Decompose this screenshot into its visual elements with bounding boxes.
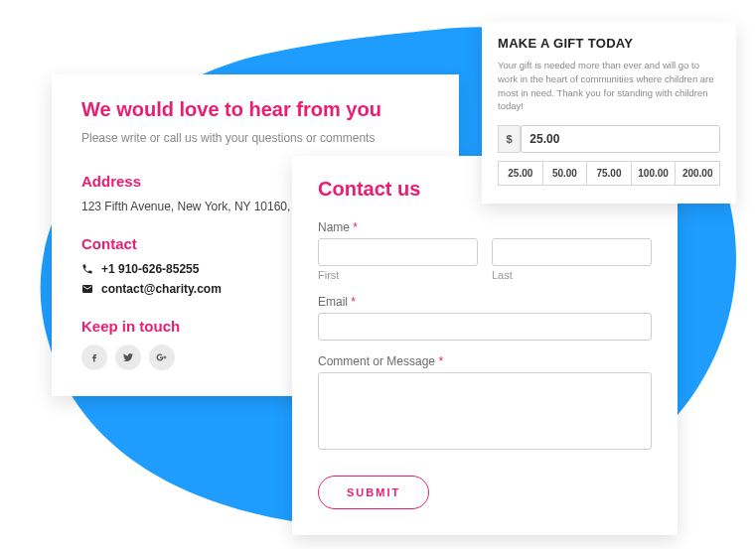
googleplus-icon[interactable]	[149, 344, 175, 370]
phone-icon	[81, 263, 93, 275]
comment-group: Comment or Message *	[318, 354, 652, 454]
currency-symbol: $	[498, 125, 521, 153]
info-subtitle: Please write or call us with your questi…	[81, 131, 429, 145]
contact-form-card: Contact us Name * First Last Email * Com…	[292, 156, 678, 535]
comment-label: Comment or Message *	[318, 354, 652, 368]
preset-75[interactable]: 75.00	[587, 162, 632, 185]
info-title: We would love to hear from you	[81, 98, 429, 121]
facebook-icon[interactable]	[81, 344, 107, 370]
submit-button[interactable]: SUBMIT	[318, 476, 429, 509]
last-sublabel: Last	[492, 269, 652, 281]
twitter-icon[interactable]	[115, 344, 141, 370]
preset-amounts: 25.00 50.00 75.00 100.00 200.00	[498, 161, 720, 186]
comment-textarea[interactable]	[318, 372, 652, 450]
gift-card: MAKE A GIFT TODAY Your gift is needed mo…	[482, 22, 736, 204]
email-text: contact@charity.com	[101, 282, 222, 296]
name-label: Name *	[318, 220, 652, 234]
mail-icon	[81, 283, 93, 295]
name-group: Name * First Last	[318, 220, 652, 281]
last-name-input[interactable]	[492, 238, 652, 266]
first-name-input[interactable]	[318, 238, 478, 266]
amount-row: $	[498, 125, 720, 153]
phone-text: +1 910-626-85255	[101, 262, 199, 276]
amount-input[interactable]	[521, 125, 720, 153]
preset-100[interactable]: 100.00	[632, 162, 677, 185]
gift-description: Your gift is needed more than ever and w…	[498, 59, 720, 113]
email-group: Email *	[318, 295, 652, 341]
preset-50[interactable]: 50.00	[543, 162, 588, 185]
email-input[interactable]	[318, 313, 652, 341]
first-sublabel: First	[318, 269, 478, 281]
gift-heading: MAKE A GIFT TODAY	[498, 36, 720, 51]
preset-25[interactable]: 25.00	[499, 162, 543, 185]
preset-200[interactable]: 200.00	[676, 162, 719, 185]
email-label: Email *	[318, 295, 652, 309]
